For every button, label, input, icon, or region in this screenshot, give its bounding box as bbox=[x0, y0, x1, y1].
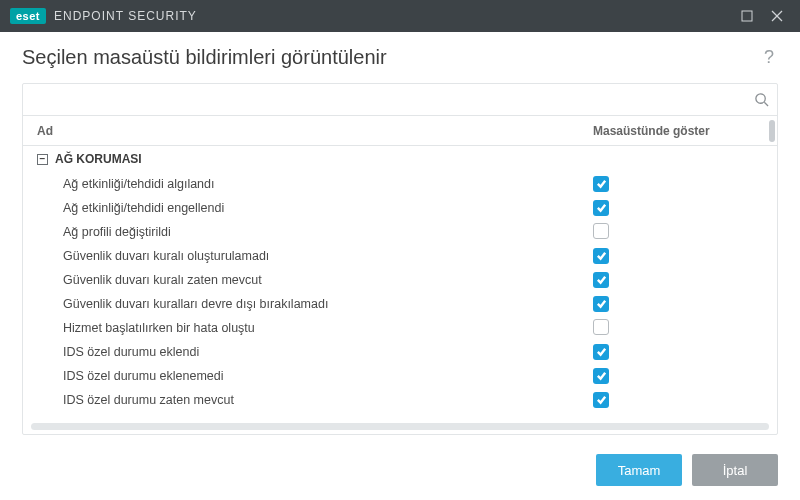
check-icon bbox=[596, 370, 607, 381]
help-button[interactable]: ? bbox=[760, 47, 778, 68]
show-on-desktop-checkbox[interactable] bbox=[593, 392, 609, 408]
check-icon bbox=[596, 298, 607, 309]
row-label: Ağ profili değiştirildi bbox=[63, 225, 606, 239]
table-row[interactable]: Ağ etkinliği/tehdidi engellendi bbox=[23, 196, 777, 220]
page-title: Seçilen masaüstü bildirimleri görüntülen… bbox=[22, 46, 760, 69]
checkbox-cell bbox=[593, 176, 763, 193]
table-header: Ad Masaüstünde göster bbox=[23, 116, 777, 146]
checkbox-cell bbox=[593, 223, 763, 242]
check-icon bbox=[596, 346, 607, 357]
table-row[interactable]: IDS özel durumu zaten mevcut bbox=[23, 388, 777, 412]
column-header-name[interactable]: Ad bbox=[37, 124, 593, 138]
minimize-icon bbox=[741, 10, 753, 22]
dialog-header: Seçilen masaüstü bildirimleri görüntülen… bbox=[0, 32, 800, 77]
vertical-scrollbar[interactable] bbox=[769, 120, 775, 142]
brand-badge: eset bbox=[10, 8, 46, 24]
show-on-desktop-checkbox[interactable] bbox=[593, 248, 609, 264]
cancel-button[interactable]: İptal bbox=[692, 454, 778, 486]
close-button[interactable] bbox=[762, 0, 792, 32]
show-on-desktop-checkbox[interactable] bbox=[593, 368, 609, 384]
show-on-desktop-checkbox[interactable] bbox=[593, 223, 609, 239]
search-input[interactable] bbox=[23, 86, 745, 113]
search-row bbox=[23, 84, 777, 116]
horizontal-scrollbar[interactable] bbox=[31, 423, 769, 430]
checkbox-cell bbox=[593, 272, 763, 289]
table-row[interactable]: Hizmet başlatılırken bir hata oluştu bbox=[23, 316, 777, 340]
checkbox-cell bbox=[593, 296, 763, 313]
svg-line-4 bbox=[764, 102, 768, 106]
show-on-desktop-checkbox[interactable] bbox=[593, 272, 609, 288]
row-label: Ağ etkinliği/tehdidi engellendi bbox=[63, 201, 606, 215]
show-on-desktop-checkbox[interactable] bbox=[593, 344, 609, 360]
show-on-desktop-checkbox[interactable] bbox=[593, 319, 609, 335]
table-row[interactable]: Güvenlik duvarı kuralı zaten mevcut bbox=[23, 268, 777, 292]
show-on-desktop-checkbox[interactable] bbox=[593, 296, 609, 312]
show-on-desktop-checkbox[interactable] bbox=[593, 176, 609, 192]
checkbox-cell bbox=[593, 344, 763, 361]
group-row-network-protection[interactable]: − AĞ KORUMASI bbox=[23, 146, 777, 172]
checkbox-cell bbox=[593, 200, 763, 217]
show-on-desktop-checkbox[interactable] bbox=[593, 200, 609, 216]
checkbox-cell bbox=[593, 392, 763, 409]
row-label: Güvenlik duvarı kuralı oluşturulamadı bbox=[63, 249, 606, 263]
row-label: IDS özel durumu zaten mevcut bbox=[63, 393, 606, 407]
table-row[interactable]: IDS özel durumu eklendi bbox=[23, 340, 777, 364]
checkbox-cell bbox=[593, 368, 763, 385]
table-row[interactable]: IDS özel durumu eklenemedi bbox=[23, 364, 777, 388]
collapse-icon[interactable]: − bbox=[37, 154, 48, 165]
check-icon bbox=[596, 202, 607, 213]
dialog-footer: Tamam İptal bbox=[0, 440, 800, 500]
table-body: − AĞ KORUMASI Ağ etkinliği/tehdidi algıl… bbox=[23, 146, 777, 434]
content-panel: Ad Masaüstünde göster − AĞ KORUMASI Ağ e… bbox=[22, 83, 778, 435]
svg-point-3 bbox=[755, 94, 764, 103]
table-row[interactable]: Ağ etkinliği/tehdidi algılandı bbox=[23, 172, 777, 196]
group-label: AĞ KORUMASI bbox=[55, 152, 142, 166]
check-icon bbox=[596, 274, 607, 285]
svg-rect-0 bbox=[742, 11, 752, 21]
checkbox-cell bbox=[593, 248, 763, 265]
row-label: Güvenlik duvarı kuralları devre dışı bır… bbox=[63, 297, 606, 311]
close-icon bbox=[771, 10, 783, 22]
row-label: IDS özel durumu eklendi bbox=[63, 345, 606, 359]
checkbox-cell bbox=[593, 319, 763, 338]
check-icon bbox=[596, 178, 607, 189]
check-icon bbox=[596, 394, 607, 405]
row-label: Ağ etkinliği/tehdidi algılandı bbox=[63, 177, 606, 191]
column-header-show[interactable]: Masaüstünde göster bbox=[593, 124, 763, 138]
row-label: Güvenlik duvarı kuralı zaten mevcut bbox=[63, 273, 606, 287]
search-icon[interactable] bbox=[745, 92, 777, 107]
row-label: Hizmet başlatılırken bir hata oluştu bbox=[63, 321, 606, 335]
table-row[interactable]: Ağ profili değiştirildi bbox=[23, 220, 777, 244]
table-row[interactable]: Güvenlik duvarı kuralı oluşturulamadı bbox=[23, 244, 777, 268]
table-row[interactable]: Güvenlik duvarı kuralları devre dışı bır… bbox=[23, 292, 777, 316]
ok-button[interactable]: Tamam bbox=[596, 454, 682, 486]
brand-text: ENDPOINT SECURITY bbox=[54, 9, 197, 23]
minimize-button[interactable] bbox=[732, 0, 762, 32]
check-icon bbox=[596, 250, 607, 261]
row-label: IDS özel durumu eklenemedi bbox=[63, 369, 606, 383]
titlebar: eset ENDPOINT SECURITY bbox=[0, 0, 800, 32]
